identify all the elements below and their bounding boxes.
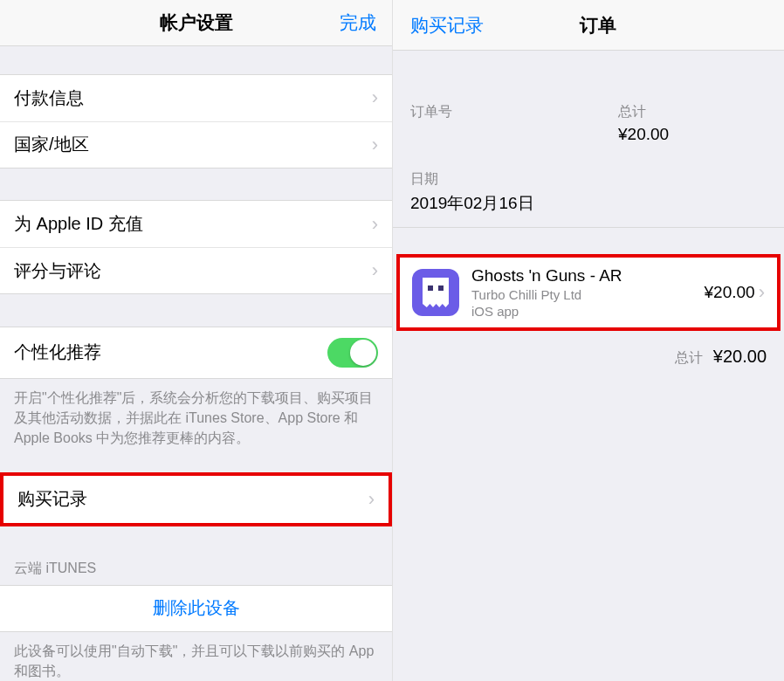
order-title: 订单 xyxy=(580,13,616,38)
personalized-footer: 开启"个性化推荐"后，系统会分析您的下载项目、购买项目及其他活动数据，并据此在 … xyxy=(0,379,392,449)
page-title: 帐户设置 xyxy=(160,10,233,35)
item-price: ¥20.00 xyxy=(705,283,755,302)
app-icon xyxy=(412,269,459,316)
ghost-icon xyxy=(423,278,449,307)
purchase-history-label: 购买记录 xyxy=(17,487,87,511)
totals-row: 总计 ¥20.00 xyxy=(393,331,784,383)
order-meta: 订单号 总计 ¥20.00 日期 2019年02月16日 xyxy=(393,51,784,228)
chevron-right-icon: › xyxy=(372,134,378,156)
total-value: ¥20.00 xyxy=(618,125,767,144)
group-cloud: 删除此设备 xyxy=(0,585,392,632)
ratings-label: 评分与评论 xyxy=(14,259,101,283)
order-no-label: 订单号 xyxy=(410,103,452,121)
item-kind: iOS app xyxy=(471,304,705,319)
item-title: Ghosts 'n Guns - AR xyxy=(471,266,705,285)
cloud-section-header: 云端 iTUNES xyxy=(0,544,392,585)
country-region-label: 国家/地区 xyxy=(14,133,89,156)
purchase-history-row[interactable]: 购买记录 › xyxy=(3,476,389,523)
item-text: Ghosts 'n Guns - AR Turbo Chilli Pty Ltd… xyxy=(471,266,705,319)
chevron-right-icon: › xyxy=(759,281,765,304)
chevron-right-icon: › xyxy=(372,259,378,282)
personalized-row: 个性化推荐 xyxy=(0,327,392,379)
group-personalized: 个性化推荐 xyxy=(0,327,392,379)
item-developer: Turbo Chilli Pty Ltd xyxy=(471,287,705,302)
country-region-row[interactable]: 国家/地区 › xyxy=(0,121,392,169)
personalized-label: 个性化推荐 xyxy=(14,340,101,364)
account-settings-panel: 帐户设置 完成 付款信息 › 国家/地区 › 为 Apple ID 充值 › 评… xyxy=(0,0,392,681)
total-label: 总计 xyxy=(618,103,767,121)
date-value: 2019年02月16日 xyxy=(410,192,767,215)
payment-info-label: 付款信息 xyxy=(14,86,84,110)
ratings-row[interactable]: 评分与评论 › xyxy=(0,247,392,294)
remove-device-row[interactable]: 删除此设备 xyxy=(0,585,392,632)
group-purchase-history: 购买记录 › xyxy=(0,472,392,526)
chevron-right-icon: › xyxy=(372,86,378,109)
topup-label: 为 Apple ID 充值 xyxy=(14,212,143,236)
totals-value: ¥20.00 xyxy=(713,347,767,367)
left-header: 帐户设置 完成 xyxy=(0,0,392,46)
cloud-footer: 此设备可以使用"自动下载"，并且可以下载以前购买的 App 和图书。 xyxy=(0,632,392,681)
group-topup-ratings: 为 Apple ID 充值 › 评分与评论 › xyxy=(0,200,392,294)
chevron-right-icon: › xyxy=(372,213,378,236)
topup-row[interactable]: 为 Apple ID 充值 › xyxy=(0,200,392,247)
personalized-toggle[interactable] xyxy=(327,338,378,368)
chevron-right-icon: › xyxy=(368,488,375,511)
right-header: 购买记录 订单 xyxy=(393,0,784,51)
done-button[interactable]: 完成 xyxy=(340,10,376,35)
payment-info-row[interactable]: 付款信息 › xyxy=(0,74,392,121)
date-label: 日期 xyxy=(410,170,767,189)
group-payment-country: 付款信息 › 国家/地区 › xyxy=(0,74,392,169)
back-button[interactable]: 购买记录 xyxy=(410,13,484,38)
order-item-row[interactable]: Ghosts 'n Guns - AR Turbo Chilli Pty Ltd… xyxy=(396,254,781,331)
totals-label: 总计 xyxy=(675,349,703,368)
remove-device-label: 删除此设备 xyxy=(153,596,240,620)
order-detail-panel: 购买记录 订单 订单号 总计 ¥20.00 日期 2019年02月16日 xyxy=(392,0,784,681)
